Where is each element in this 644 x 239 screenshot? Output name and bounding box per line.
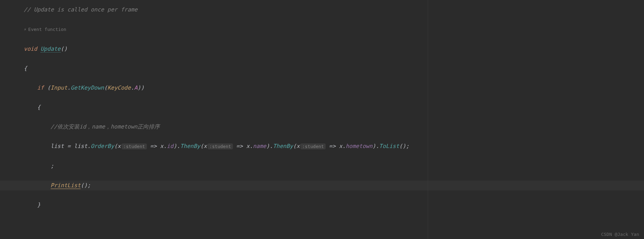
code-line: // Update is called once per frame: [10, 5, 644, 15]
watermark: CSDN @Jack Yan: [601, 232, 639, 237]
flame-icon: ⚡: [24, 25, 27, 34]
code-line: //依次安装id，name，hometown正向排序: [10, 122, 644, 132]
enum-keycode: KeyCode: [107, 84, 131, 91]
event-function-hint: ⚡Event function: [24, 25, 66, 34]
param-hint: :student: [208, 143, 233, 149]
keyword-void: void: [24, 46, 37, 52]
code-line: {: [10, 102, 644, 112]
class-input: Input: [51, 84, 67, 91]
code-line: ;: [10, 161, 644, 171]
code-line: void Update(): [10, 44, 644, 54]
method-update: Update: [41, 46, 61, 52]
code-line: [10, 220, 644, 229]
comment-asc: //依次安装id，name，hometown正向排序: [51, 123, 160, 130]
comment: // Update is called once per frame: [24, 6, 138, 13]
method-printlist: PrintList: [51, 182, 81, 189]
code-line: ⚡Event function: [10, 24, 644, 34]
code-line: if (Input.GetKeyDown(KeyCode.A)): [10, 83, 644, 93]
code-line: }: [10, 200, 644, 210]
right-margin-guide: [428, 0, 428, 239]
method-getkeydown: GetKeyDown: [70, 84, 104, 91]
param-hint: :student: [122, 143, 147, 149]
code-line: list = list.OrderBy(x:student => x.id).T…: [10, 141, 644, 151]
method-tolist: ToList: [379, 143, 399, 149]
keyword-if: if: [37, 84, 44, 91]
code-line-highlighted: PrintList();: [0, 181, 644, 190]
code-editor[interactable]: // Update is called once per frame ⚡Even…: [0, 0, 644, 239]
param-hint: :student: [300, 143, 326, 149]
key-a: A: [134, 84, 137, 91]
method-thenby: ThenBy: [273, 143, 293, 149]
method-orderby: OrderBy: [91, 143, 114, 149]
method-thenby: ThenBy: [180, 143, 200, 149]
code-line: {: [10, 64, 644, 73]
